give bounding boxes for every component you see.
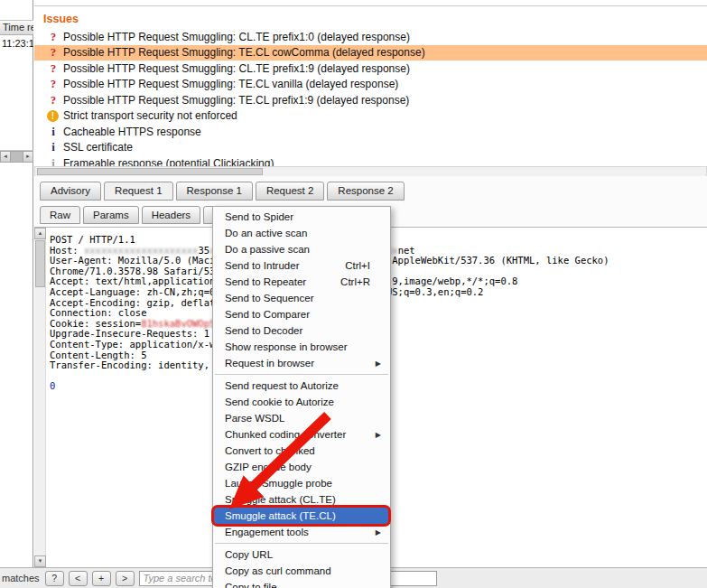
menu-item-send-cookie-to-autorize[interactable]: Send cookie to Autorize	[213, 394, 390, 410]
issues-list: ?Possible HTTP Request Smuggling: CL.TE …	[34, 29, 707, 172]
menu-item-label: GZIP encode body	[225, 462, 381, 472]
issue-label: Possible HTTP Request Smuggling: TE.CL c…	[63, 46, 425, 59]
red-question-icon: ?	[46, 77, 60, 91]
menu-item-convert-to-chunked[interactable]: Convert to chunked	[213, 443, 390, 459]
menu-item-smuggle-attack-te-cl[interactable]: Smuggle attack (TE.CL)	[213, 508, 390, 524]
menu-item-label: Send to Repeater	[225, 276, 326, 287]
menu-item-label: Smuggle attack (CL.TE)	[225, 494, 381, 505]
menu-item-send-to-decoder[interactable]: Send to Decoder	[213, 322, 390, 339]
issue-row[interactable]: ?Possible HTTP Request Smuggling: CL.TE …	[34, 61, 707, 77]
issue-row[interactable]: iCacheable HTTPS response	[34, 124, 707, 140]
info-icon: i	[46, 125, 60, 139]
issues-panel-title: Issues	[43, 13, 79, 25]
scrollbar-track[interactable]	[11, 151, 23, 163]
menu-item-label: Send to Spider	[225, 211, 381, 222]
tab-request-2[interactable]: Request 2	[256, 182, 324, 201]
menu-item-send-to-intruder[interactable]: Send to IntruderCtrl+I	[213, 257, 390, 274]
menu-item-label: Chunked coding converter	[225, 429, 361, 440]
editor-vertical-scrollbar[interactable]: ▲ ▼	[34, 228, 46, 567]
issue-label: Possible HTTP Request Smuggling: CL.TE p…	[63, 62, 410, 75]
subtab-headers[interactable]: Headers	[142, 206, 200, 224]
menu-item-label: Send to Sequencer	[225, 293, 381, 303]
menu-item-label: Do a passive scan	[225, 244, 381, 255]
menu-item-send-to-repeater[interactable]: Send to RepeaterCtrl+R	[213, 274, 390, 290]
tab-response-2[interactable]: Response 2	[327, 182, 404, 201]
info-icon: i	[46, 140, 60, 154]
subtab-raw[interactable]: Raw	[40, 206, 80, 224]
menu-item-request-in-browser[interactable]: Request in browser▶	[213, 355, 390, 371]
menu-item-do-an-active-scan[interactable]: Do an active scan	[213, 225, 390, 241]
menu-item-parse-wsdl[interactable]: Parse WSDL	[213, 410, 390, 426]
menu-item-label: Send to Decoder	[225, 325, 381, 336]
burp-suite-window: Time rec 11:23:19 ◄ ► Issues ?Possible H…	[0, 0, 707, 588]
menu-item-copy-as-curl-command[interactable]: Copy as curl command	[213, 563, 390, 579]
issues-panel: Issues ?Possible HTTP Request Smuggling:…	[34, 5, 707, 165]
menu-shortcut: Ctrl+R	[340, 276, 370, 287]
menu-item-label: Copy to file	[225, 582, 381, 588]
menu-shortcut: Ctrl+I	[345, 260, 370, 271]
menu-separator	[215, 374, 388, 375]
menu-item-send-to-comparer[interactable]: Send to Comparer	[213, 306, 390, 322]
issue-row[interactable]: iSSL certificate	[34, 140, 707, 156]
menu-item-do-a-passive-scan[interactable]: Do a passive scan	[213, 241, 390, 257]
scroll-right-icon[interactable]: ►	[23, 151, 33, 163]
subtab-params[interactable]: Params	[83, 206, 139, 224]
scroll-up-icon[interactable]: ▲	[34, 228, 46, 239]
menu-item-show-response-in-browser[interactable]: Show response in browser	[213, 339, 390, 355]
menu-item-send-request-to-autorize[interactable]: Send request to Autorize	[213, 378, 390, 394]
menu-item-label: Send to Intruder	[225, 260, 330, 271]
menu-item-label: Do an active scan	[225, 228, 381, 238]
search-buttons: ?<+>	[45, 571, 139, 586]
menu-item-label: Parse WSDL	[225, 413, 381, 424]
menu-item-copy-url[interactable]: Copy URL	[213, 546, 390, 563]
next-match-button[interactable]: >	[116, 571, 135, 586]
menu-item-label: Send request to Autorize	[225, 380, 381, 391]
issue-row[interactable]: ?Possible HTTP Request Smuggling: TE.CL …	[34, 45, 707, 61]
menu-item-chunked-coding-converter[interactable]: Chunked coding converter▶	[213, 426, 390, 443]
issue-label: Cacheable HTTPS response	[63, 126, 201, 138]
menu-item-launch-smuggle-probe[interactable]: Launch Smuggle probe	[213, 475, 390, 491]
submenu-arrow-icon: ▶	[376, 528, 381, 537]
menu-item-label: Launch Smuggle probe	[225, 478, 381, 489]
submenu-arrow-icon: ▶	[376, 431, 381, 439]
issue-row[interactable]: ?Possible HTTP Request Smuggling: TE.CL …	[34, 92, 707, 108]
menu-item-label: Copy as curl command	[225, 565, 381, 576]
scrollbar-thumb[interactable]	[37, 168, 263, 175]
yellow-warning-icon: !	[47, 110, 59, 122]
red-question-icon: ?	[46, 93, 60, 107]
issue-row[interactable]: ?Possible HTTP Request Smuggling: TE.CL …	[34, 77, 707, 93]
tab-advisory[interactable]: Advisory	[40, 182, 101, 201]
matches-label: matches	[2, 573, 40, 583]
search-help-button[interactable]: ?	[45, 571, 64, 586]
issue-label: Possible HTTP Request Smuggling: CL.TE p…	[63, 31, 410, 43]
scroll-down-icon[interactable]: ▼	[34, 555, 46, 567]
scroll-left-icon[interactable]: ◄	[0, 151, 11, 163]
menu-item-gzip-encode-body[interactable]: GZIP encode body	[213, 459, 390, 475]
issue-label: Possible HTTP Request Smuggling: TE.CL v…	[63, 78, 398, 90]
menu-item-engagement-tools[interactable]: Engagement tools▶	[213, 524, 390, 540]
menu-item-label: Engagement tools	[225, 527, 361, 537]
menu-item-label: Send to Comparer	[225, 309, 381, 320]
tab-response-1[interactable]: Response 1	[176, 182, 253, 201]
menu-item-label: Copy URL	[225, 549, 381, 560]
red-question-icon: ?	[46, 45, 60, 60]
menu-item-label: Convert to chunked	[225, 445, 381, 456]
tab-request-1[interactable]: Request 1	[104, 182, 172, 201]
issue-row[interactable]: ?Possible HTTP Request Smuggling: CL.TE …	[34, 29, 707, 45]
history-panel-fragment: Time rec 11:23:19 ◄ ►	[0, 0, 33, 567]
red-question-icon: ?	[46, 30, 60, 44]
add-search-button[interactable]: +	[92, 571, 111, 586]
menu-item-send-to-spider[interactable]: Send to Spider	[213, 209, 390, 225]
column-header-time[interactable]: Time rec	[0, 20, 33, 35]
history-row-time[interactable]: 11:23:19	[0, 38, 33, 49]
scrollbar-thumb[interactable]	[35, 240, 45, 287]
history-horizontal-scrollbar[interactable]: ◄ ►	[0, 150, 33, 163]
issue-row[interactable]: !Strict transport security not enforced	[34, 108, 707, 125]
menu-item-label: Smuggle attack (TE.CL)	[225, 510, 381, 521]
submenu-arrow-icon: ▶	[376, 359, 381, 368]
menu-item-send-to-sequencer[interactable]: Send to Sequencer	[213, 290, 390, 306]
menu-item-copy-to-file[interactable]: Copy to file	[213, 579, 390, 588]
prev-match-button[interactable]: <	[69, 571, 88, 586]
menu-item-label: Send cookie to Autorize	[225, 397, 381, 407]
menu-item-smuggle-attack-cl-te[interactable]: Smuggle attack (CL.TE)	[213, 491, 390, 508]
